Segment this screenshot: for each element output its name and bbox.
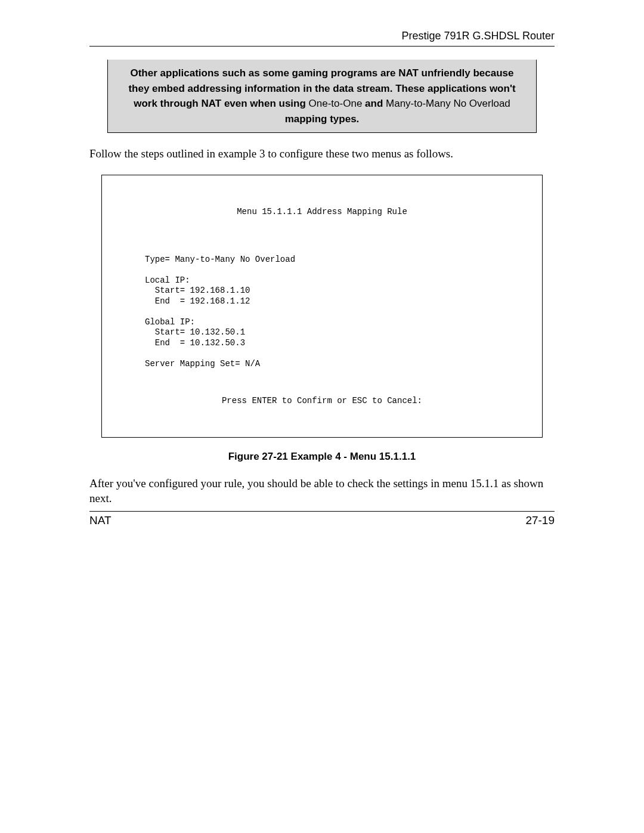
terminal-local-start: Start= 192.168.1.10 bbox=[145, 286, 250, 295]
terminal-local-label: Local IP: bbox=[145, 275, 190, 285]
terminal-footer: Press ENTER to Confirm or ESC to Cancel: bbox=[109, 396, 535, 407]
callout-bold-mid: and bbox=[362, 98, 386, 109]
callout-term-2: Many-to-Many No Overload bbox=[386, 98, 510, 109]
body-paragraph-2: After you've configured your rule, you s… bbox=[89, 476, 555, 506]
callout-term-1: One-to-One bbox=[309, 98, 363, 109]
terminal-screenshot: Menu 15.1.1.1 Address Mapping Rule Type=… bbox=[101, 175, 543, 438]
terminal-global-end: End = 10.132.50.3 bbox=[145, 338, 245, 348]
terminal-global-label: Global IP: bbox=[145, 317, 195, 327]
header-rule bbox=[89, 46, 555, 47]
callout-box: Other applications such as some gaming p… bbox=[107, 60, 537, 133]
figure-caption: Figure 27-21 Example 4 - Menu 15.1.1.1 bbox=[89, 451, 555, 463]
terminal-local-end: End = 192.168.1.12 bbox=[145, 296, 250, 306]
terminal-type-line: Type= Many-to-Many No Overload bbox=[145, 255, 295, 264]
callout-bold-end: mapping types. bbox=[285, 113, 360, 125]
footer-rule bbox=[89, 511, 555, 512]
terminal-server-line: Server Mapping Set= N/A bbox=[145, 359, 260, 368]
terminal-global-start: Start= 10.132.50.1 bbox=[145, 327, 245, 337]
terminal-title: Menu 15.1.1.1 Address Mapping Rule bbox=[109, 207, 535, 218]
footer-right: 27-19 bbox=[525, 514, 555, 527]
page-footer: NAT 27-19 bbox=[89, 511, 555, 527]
page-header-title: Prestige 791R G.SHDSL Router bbox=[89, 30, 555, 42]
footer-left: NAT bbox=[89, 514, 112, 527]
body-paragraph-1: Follow the steps outlined in example 3 t… bbox=[89, 146, 555, 162]
